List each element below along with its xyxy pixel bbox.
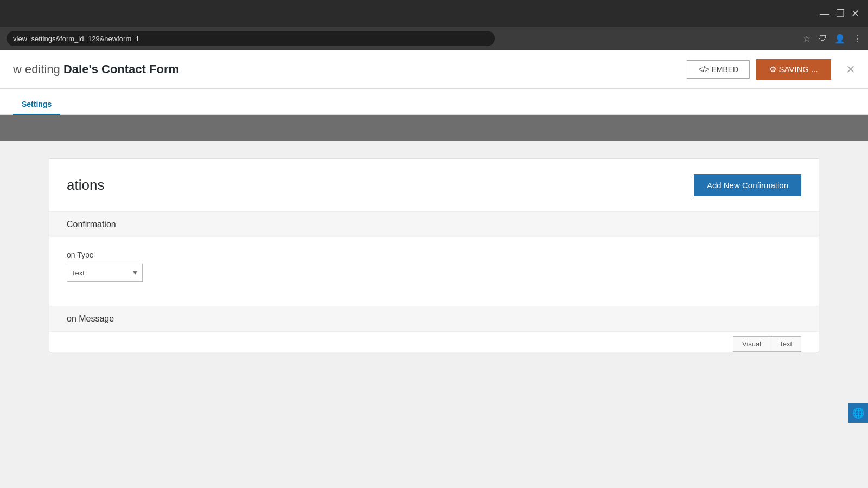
text-tab[interactable]: Text <box>770 336 801 352</box>
confirmation-section-header: Confirmation <box>49 212 819 237</box>
header-actions: </> EMBED ⚙ SAVING ... × <box>687 59 855 80</box>
globe-icon: 🌐 <box>852 407 864 419</box>
visual-tab[interactable]: Visual <box>733 336 770 352</box>
editing-prefix: w editing <box>13 62 63 76</box>
right-side-icon[interactable]: 🌐 <box>848 403 868 423</box>
minimize-button[interactable]: — <box>820 9 829 18</box>
confirmations-title: ations <box>67 177 104 194</box>
add-new-confirmation-button[interactable]: Add New Confirmation <box>694 174 801 196</box>
tab-settings[interactable]: Settings <box>13 94 60 115</box>
header-title: w editing Dale's Contact Form <box>13 62 179 76</box>
shield-icon[interactable]: 🛡 <box>818 34 827 43</box>
browser-toolbar-icons: ☆ 🛡 👤 ⋮ <box>803 34 861 44</box>
star-icon[interactable]: ☆ <box>803 34 810 44</box>
confirmation-type-select-wrapper: Text Page Redirect ▼ <box>67 264 143 282</box>
confirmations-header: ations Add New Confirmation <box>49 159 819 212</box>
wp-admin-header: w editing Dale's Contact Form </> EMBED … <box>0 50 868 89</box>
close-editor-button[interactable]: × <box>846 61 855 78</box>
window-controls: — ❐ ✕ <box>820 9 859 18</box>
confirmation-type-select[interactable]: Text Page Redirect <box>67 264 143 282</box>
confirmation-type-group: on Type Text Page Redirect ▼ <box>67 251 801 282</box>
address-text: view=settings&form_id=129&newform=1 <box>13 35 139 43</box>
close-window-button[interactable]: ✕ <box>851 9 859 18</box>
avatar-icon[interactable]: 👤 <box>834 34 845 44</box>
maximize-button[interactable]: ❐ <box>836 9 845 18</box>
saving-button[interactable]: ⚙ SAVING ... <box>756 59 831 80</box>
embed-button[interactable]: </> EMBED <box>687 60 750 79</box>
visual-text-tabs: Visual Text <box>49 332 819 352</box>
confirmation-section: Confirmation on Type Text Page Redirect … <box>49 212 819 352</box>
main-content: ations Add New Confirmation Confirmation… <box>0 141 868 488</box>
form-name: Dale's Contact Form <box>63 62 179 76</box>
nav-tabs: Settings <box>0 89 868 115</box>
browser-chrome: — ❐ ✕ <box>0 0 868 27</box>
content-card: ations Add New Confirmation Confirmation… <box>49 158 819 352</box>
confirmation-message-label: on Message <box>49 306 819 332</box>
more-icon[interactable]: ⋮ <box>853 34 861 44</box>
address-bar[interactable]: view=settings&form_id=129&newform=1 <box>7 31 495 46</box>
confirmation-body: on Type Text Page Redirect ▼ <box>49 237 819 306</box>
address-bar-row: view=settings&form_id=129&newform=1 ☆ 🛡 … <box>0 27 868 50</box>
confirmation-type-label: on Type <box>67 251 801 259</box>
wp-toolbar <box>0 115 868 141</box>
